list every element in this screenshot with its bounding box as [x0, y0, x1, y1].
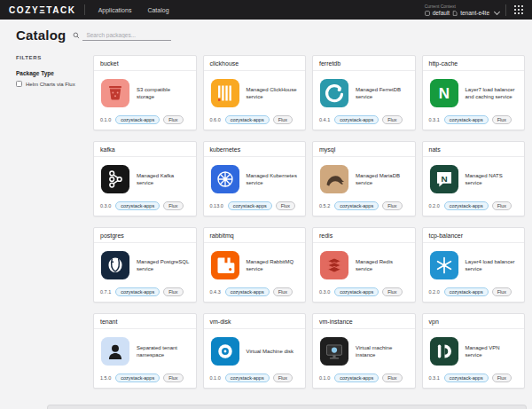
card-description: Managed Kafka service [137, 172, 190, 186]
card-description: Layer4 load balancer service [466, 258, 519, 272]
catalog-card-tenant[interactable]: tenant Separated tenant namespace 1.5.0 … [93, 313, 197, 389]
badge-cozystack-apps: cozystack-apps [444, 115, 489, 124]
catalog-card-postgres[interactable]: postgres Managed PostgreSQL service 0.7.… [93, 227, 197, 303]
card-version: 0.3.1 [429, 375, 440, 381]
badge-flux: Flux [163, 287, 183, 296]
nav-separator [505, 4, 506, 16]
card-title: ferretdb [313, 56, 415, 71]
badge-cozystack-apps: cozystack-apps [115, 115, 160, 124]
badge-cozystack-apps: cozystack-apps [115, 201, 160, 210]
badge-flux: Flux [273, 115, 293, 124]
horizontal-scrollbar[interactable] [47, 405, 527, 409]
nav-right: Current Context default tenant-e4te [425, 4, 525, 16]
badge-flux: Flux [163, 115, 183, 124]
badge-cozystack-apps: cozystack-apps [334, 115, 379, 124]
card-title: http-cache [423, 56, 525, 71]
card-description: Managed Redis service [356, 258, 409, 272]
catalog-card-kubernetes[interactable]: kubernetes Managed Kubernetes service 0.… [203, 141, 307, 216]
card-version: 0.5.2 [319, 203, 330, 208]
card-version: 0.3.0 [100, 203, 111, 208]
badge-cozystack-apps: cozystack-apps [334, 374, 379, 382]
badge-cozystack-apps: cozystack-apps [444, 287, 489, 296]
badge-flux: Flux [382, 115, 402, 124]
catalog-card-vm-disk[interactable]: vm-disk Virtual Machine disk 0.1.0 cozys… [203, 313, 307, 389]
catalog-card-redis[interactable]: redis Managed Redis service 0.3.0 cozyst… [312, 227, 416, 303]
nav-divider [84, 4, 85, 15]
apps-grid-icon[interactable] [512, 4, 525, 16]
search-input[interactable] [82, 30, 171, 41]
filters-sidebar: FILTERS Package Type Helm Charts via Flu… [16, 48, 93, 87]
tenant-icon [452, 11, 458, 16]
catalog-card-bucket[interactable]: bucket S3 compatible storage 0.1.0 cozys… [93, 55, 197, 130]
card-description: Virtual Machine disk [246, 348, 294, 355]
catalog-grid: bucket S3 compatible storage 0.1.0 cozys… [93, 48, 525, 389]
card-description: Layer7 load balancer and caching service [466, 86, 519, 100]
card-title: clickhouse [204, 56, 306, 71]
catalog-card-mysql[interactable]: mysql Managed MariaDB service 0.5.2 cozy… [312, 141, 416, 216]
catalog-card-ferretdb[interactable]: ferretdb Managed FerretDB service 0.4.1 … [312, 55, 416, 130]
card-title: kafka [94, 142, 196, 157]
nats-icon: N [429, 164, 459, 194]
badge-cozystack-apps: cozystack-apps [225, 115, 270, 124]
card-description: S3 compatible storage [137, 86, 190, 100]
nav-item-applications[interactable]: Applications [90, 0, 140, 20]
page-title: Catalog [16, 28, 66, 43]
badge-flux: Flux [492, 374, 512, 382]
current-context-label: Current Context [425, 4, 456, 9]
vm-instance-icon [319, 336, 349, 366]
kubernetes-icon [210, 164, 240, 194]
svg-text:N: N [441, 174, 447, 184]
context-tenant-value: tenant-e4te [460, 10, 489, 16]
card-description: Managed ClickHouse service [246, 86, 300, 100]
tcp-balancer-icon [429, 250, 459, 280]
card-title: vm-disk [204, 314, 306, 329]
helm-charts-checkbox[interactable] [16, 81, 22, 87]
card-title: mysql [313, 142, 415, 157]
filter-option-helm-charts[interactable]: Helm Charts via Flux [16, 81, 93, 87]
card-description: Managed PostgreSQL service [137, 258, 190, 272]
badge-flux: Flux [163, 201, 183, 210]
card-version: 0.1.0 [319, 375, 330, 381]
card-title: redis [313, 228, 415, 243]
card-version: 0.1.0 [210, 375, 221, 381]
top-nav: COZYΞTACK Applications Catalog Current C… [0, 0, 532, 20]
context-switcher[interactable]: Current Context default tenant-e4te [425, 4, 499, 16]
card-title: bucket [94, 56, 196, 71]
tenant-icon [100, 336, 130, 366]
card-title: kubernetes [204, 142, 306, 157]
badge-cozystack-apps: cozystack-apps [444, 374, 489, 382]
catalog-card-kafka[interactable]: kafka Managed Kafka service 0.3.0 cozyst… [93, 141, 197, 216]
helm-charts-label: Helm Charts via Flux [26, 82, 75, 87]
badge-cozystack-apps: cozystack-apps [334, 287, 379, 296]
nav-item-catalog[interactable]: Catalog [139, 0, 176, 20]
kafka-icon [100, 164, 130, 194]
badge-cozystack-apps: cozystack-apps [334, 201, 379, 210]
filter-group-package-type: Package Type [16, 70, 93, 76]
card-title: nats [423, 142, 525, 157]
catalog-card-http-cache[interactable]: http-cache N Layer7 load balancer and ca… [422, 55, 526, 130]
catalog-card-rabbitmq[interactable]: rabbitmq Managed RabbitMQ service 0.4.3 … [203, 227, 307, 303]
catalog-card-tcp-balancer[interactable]: tcp-balancer Layer4 load balancer servic… [422, 227, 526, 303]
badge-flux: Flux [163, 374, 183, 382]
postgres-icon [100, 250, 130, 280]
catalog-card-vpn[interactable]: vpn Managed VPN service 0.3.1 cozystack-… [422, 313, 526, 389]
redis-icon [319, 250, 349, 280]
catalog-card-clickhouse[interactable]: clickhouse Managed ClickHouse service 0.… [203, 55, 307, 130]
card-version: 0.13.0 [210, 203, 223, 208]
card-version: 0.4.3 [210, 289, 221, 295]
chevron-down-icon [494, 9, 500, 15]
app-logo[interactable]: COZYΞTACK [9, 5, 76, 15]
badge-flux: Flux [492, 287, 512, 296]
card-description: Managed Kubernetes service [246, 172, 300, 186]
badge-flux: Flux [273, 287, 293, 296]
badge-cozystack-apps: cozystack-apps [225, 287, 270, 296]
cluster-icon [425, 11, 430, 16]
svg-text:N: N [438, 85, 449, 102]
badge-cozystack-apps: cozystack-apps [228, 201, 272, 210]
rabbitmq-icon [210, 250, 240, 280]
card-description: Managed RabbitMQ service [246, 258, 300, 272]
badge-cozystack-apps: cozystack-apps [115, 374, 160, 382]
catalog-card-nats[interactable]: nats N Managed NATS service 0.2.0 cozyst… [422, 141, 526, 216]
catalog-card-vm-instance[interactable]: vm-instance Virtual machine instance 0.1… [312, 313, 416, 389]
card-title: vm-instance [313, 314, 415, 329]
